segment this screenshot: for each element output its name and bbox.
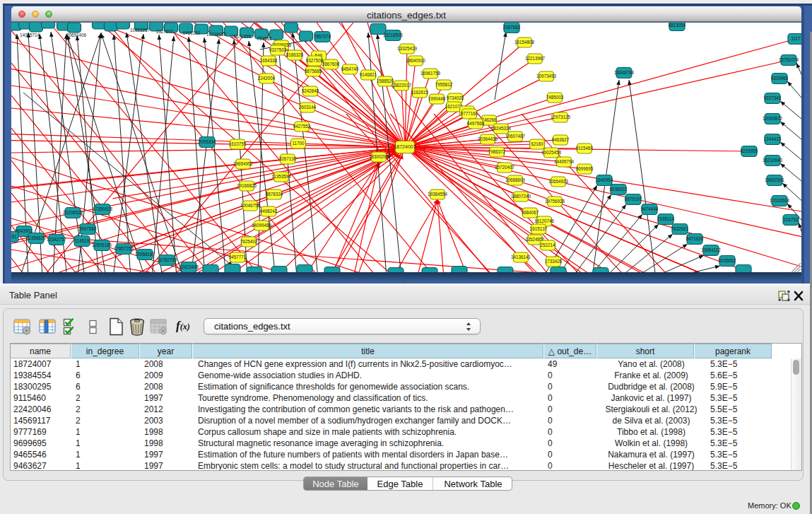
svg-text:9457771: 9457771 <box>229 255 247 259</box>
svg-text:751552: 751552 <box>257 36 272 41</box>
svg-text:7857274: 7857274 <box>314 34 331 39</box>
svg-text:12342757: 12342757 <box>47 237 67 242</box>
svg-text:15751074: 15751074 <box>779 57 799 62</box>
svg-text:14136141: 14136141 <box>511 255 531 259</box>
svg-text:1615137: 1615137 <box>530 226 548 231</box>
svg-text:10719155: 10719155 <box>206 32 227 37</box>
svg-text:17857255: 17857255 <box>114 246 134 251</box>
svg-text:9734028: 9734028 <box>447 95 464 100</box>
svg-text:8215955: 8215955 <box>741 148 758 153</box>
svg-text:2005334: 2005334 <box>199 139 216 144</box>
svg-text:9699695: 9699695 <box>576 166 594 171</box>
svg-text:14495794: 14495794 <box>554 159 575 164</box>
svg-text:18640910: 18640910 <box>406 58 426 63</box>
svg-text:62160: 62160 <box>531 141 543 146</box>
svg-text:13325419: 13325419 <box>397 46 418 51</box>
svg-text:6497568: 6497568 <box>467 121 485 126</box>
svg-text:17016504: 17016504 <box>770 198 790 203</box>
svg-text:2242004: 2242004 <box>258 76 276 81</box>
svg-text:10653267: 10653267 <box>130 28 151 33</box>
svg-text:18300295: 18300295 <box>369 154 389 159</box>
svg-text:9327508: 9327508 <box>306 58 324 63</box>
svg-text:19384554: 19384554 <box>428 192 448 197</box>
svg-text:2867608: 2867608 <box>322 62 340 66</box>
svg-text:19218506: 19218506 <box>383 33 404 37</box>
svg-text:1733426: 1733426 <box>545 259 563 264</box>
svg-text:10973493: 10973493 <box>536 74 557 78</box>
svg-text:1244415: 1244415 <box>764 136 782 141</box>
svg-text:10654923: 10654923 <box>548 179 569 184</box>
svg-text:9227343: 9227343 <box>764 95 782 100</box>
svg-text:2087682: 2087682 <box>503 25 521 30</box>
svg-text:9146821: 9146821 <box>360 72 377 77</box>
svg-text:12505185: 12505185 <box>92 243 112 247</box>
svg-text:9329966: 9329966 <box>771 76 789 81</box>
svg-text:39151: 39151 <box>11 234 17 239</box>
svg-text:20364436: 20364436 <box>478 136 498 141</box>
svg-text:7955812: 7955812 <box>435 82 453 87</box>
svg-text:12923448: 12923448 <box>179 264 199 269</box>
svg-text:16648784: 16648784 <box>614 70 635 75</box>
svg-text:8471626: 8471626 <box>686 236 704 241</box>
svg-text:10654112: 10654112 <box>701 247 721 252</box>
svg-text:16782759: 16782759 <box>157 257 177 262</box>
svg-text:116753: 116753 <box>784 217 799 222</box>
svg-text:11700: 11700 <box>292 141 305 146</box>
svg-text:8454749: 8454749 <box>341 66 359 71</box>
svg-text:3878334: 3878334 <box>266 192 283 197</box>
svg-text:1654338: 1654338 <box>260 58 278 63</box>
svg-text:6879197: 6879197 <box>625 197 642 201</box>
svg-text:2603144: 2603144 <box>299 105 317 110</box>
svg-text:19756928: 19756928 <box>545 199 565 204</box>
svg-text:9327503: 9327503 <box>269 47 287 52</box>
svg-text:252214: 252214 <box>540 243 555 247</box>
svg-text:3997588: 3997588 <box>79 226 97 231</box>
svg-text:14055714: 14055714 <box>20 33 40 37</box>
svg-text:10607487: 10607487 <box>505 134 526 139</box>
svg-text:16210643: 16210643 <box>763 158 783 163</box>
svg-text:8813054: 8813054 <box>669 23 686 28</box>
svg-text:6466160: 6466160 <box>183 30 201 35</box>
svg-text:4498242: 4498242 <box>260 209 278 214</box>
svg-text:9777169: 9777169 <box>461 111 478 116</box>
svg-text:19654952: 19654952 <box>233 161 254 166</box>
svg-text:8938923: 8938923 <box>610 187 628 192</box>
svg-text:12973125: 12973125 <box>551 115 571 119</box>
svg-text:7632621: 7632621 <box>671 226 689 231</box>
svg-text:12213967: 12213967 <box>525 56 546 61</box>
svg-text:18245334: 18245334 <box>491 126 512 131</box>
svg-text:9463627: 9463627 <box>552 137 570 142</box>
svg-text:2935114: 2935114 <box>657 216 675 221</box>
svg-text:18807249: 18807249 <box>511 194 531 199</box>
svg-text:10025458: 10025458 <box>541 150 562 155</box>
svg-text:1117: 1117 <box>791 36 801 41</box>
svg-text:3875685: 3875685 <box>305 69 322 74</box>
svg-text:9427552: 9427552 <box>293 124 311 129</box>
svg-text:9684067: 9684067 <box>522 210 539 215</box>
svg-text:18724007: 18724007 <box>394 144 416 149</box>
svg-text:8186328: 8186328 <box>286 52 304 57</box>
svg-text:11353594: 11353594 <box>271 174 291 179</box>
svg-text:1610755: 1610755 <box>229 141 247 146</box>
svg-text:10046756: 10046756 <box>240 203 261 208</box>
svg-text:1162615: 1162615 <box>411 90 429 95</box>
svg-text:15720407: 15720407 <box>495 165 515 170</box>
svg-text:16154808: 16154808 <box>514 40 535 45</box>
svg-text:16120746: 16120746 <box>534 218 555 223</box>
svg-text:20691406: 20691406 <box>66 33 87 37</box>
svg-text:16671355: 16671355 <box>231 34 252 39</box>
svg-text:19166825: 19166825 <box>237 183 257 188</box>
svg-text:7485003: 7485003 <box>546 95 564 100</box>
svg-text:9474444: 9474444 <box>641 206 659 211</box>
svg-text:114519: 114519 <box>75 238 90 243</box>
svg-text:3267130: 3267130 <box>279 156 297 161</box>
svg-text:16961758: 16961758 <box>420 71 441 76</box>
svg-text:12093872: 12093872 <box>763 116 783 121</box>
svg-text:10688609: 10688609 <box>505 177 526 182</box>
svg-text:13822017: 13822017 <box>392 83 412 88</box>
svg-text:7625402: 7625402 <box>240 239 258 244</box>
svg-text:10958187: 10958187 <box>135 252 155 257</box>
svg-text:17359928: 17359928 <box>93 206 113 211</box>
svg-text:20206528: 20206528 <box>63 210 83 215</box>
svg-text:11356829: 11356829 <box>26 235 46 240</box>
